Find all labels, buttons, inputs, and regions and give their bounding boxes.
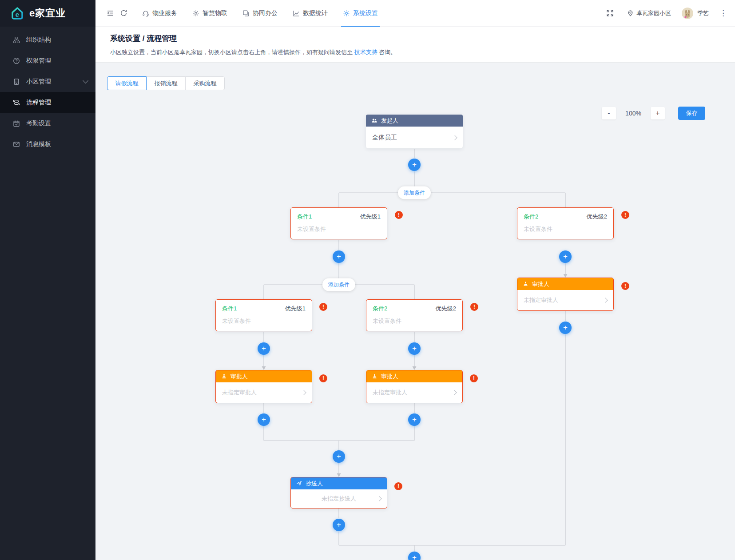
send-icon: [296, 481, 302, 486]
tab-purchase-flow[interactable]: 采购流程: [185, 76, 225, 90]
notice-text: 小区独立设置，当前小区是卓瓦家园，切换小区请点击右上角，请谨慎操作，如有疑问请发…: [110, 49, 354, 56]
user-chip[interactable]: 季艺: [682, 8, 709, 19]
envelope-icon: [12, 140, 20, 148]
add-node-button[interactable]: +: [559, 322, 572, 334]
sidebar-item-label: 消息模板: [26, 140, 51, 148]
approver-picker[interactable]: 未指定审批人: [517, 290, 613, 310]
condition-value: 未设置条件: [373, 317, 456, 325]
add-node-button[interactable]: +: [333, 450, 345, 463]
flow-tabs: 请假流程 报销流程 采购流程: [107, 76, 225, 90]
refresh-icon[interactable]: [117, 7, 130, 20]
topbar: 物业服务 智慧物联 协同办公: [95, 0, 735, 27]
brand-logo[interactable]: e e家宜业: [0, 0, 95, 27]
top-nav: 物业服务 智慧物联 协同办公: [135, 0, 385, 27]
chevron-right-icon: [377, 496, 381, 501]
nav-label: 智慧物联: [203, 9, 227, 17]
add-node-button[interactable]: +: [408, 413, 421, 426]
nav-label: 系统设置: [353, 9, 378, 17]
node-approver-header: 审批人: [517, 278, 613, 290]
condition-name: 条件2: [373, 305, 387, 313]
brand-name: e家宜业: [29, 7, 66, 20]
node-initiator[interactable]: 发起人 全体员工: [366, 115, 463, 148]
stamp-icon: [372, 373, 377, 379]
collapse-sidebar-icon[interactable]: [103, 7, 117, 20]
add-node-button[interactable]: +: [408, 342, 421, 355]
sidebar-menu: 组织结构 权限管理 小区管理: [0, 27, 95, 155]
org-chart-icon: [12, 36, 20, 44]
page-notice: 小区独立设置，当前小区是卓瓦家园，切换小区请点击右上角，请谨慎操作，如有疑问请发…: [110, 48, 735, 56]
add-node-button[interactable]: +: [333, 519, 345, 531]
condition-priority: 优先级2: [436, 305, 456, 313]
tab-leave-flow[interactable]: 请假流程: [107, 76, 147, 90]
error-badge: !: [319, 374, 327, 382]
approver-picker[interactable]: 未指定审批人: [366, 382, 462, 403]
add-condition-button[interactable]: 添加条件: [322, 278, 355, 291]
add-node-button[interactable]: +: [333, 250, 345, 263]
tech-support-link[interactable]: 技术支持: [354, 49, 377, 56]
node-title: 审批人: [381, 373, 398, 381]
condition-value: 未设置条件: [222, 317, 306, 325]
add-node-button[interactable]: +: [559, 250, 572, 263]
sidebar-item-workflow[interactable]: 流程管理: [0, 92, 95, 113]
workflow-icon: [12, 99, 20, 106]
community-switcher[interactable]: 卓瓦家园小区: [627, 9, 671, 17]
fullscreen-icon[interactable]: [603, 7, 616, 20]
approver-picker[interactable]: 未指定审批人: [216, 382, 312, 403]
more-menu-icon[interactable]: ⋮: [719, 9, 727, 17]
iot-icon: [192, 10, 199, 17]
node-approver-left-1[interactable]: 审批人 未指定审批人: [215, 370, 312, 403]
topbar-right: 卓瓦家园小区 季艺 ⋮: [603, 7, 727, 20]
zoom-level: 100%: [623, 110, 644, 117]
node-cc[interactable]: 抄送人 未指定抄送人: [290, 477, 387, 508]
save-button[interactable]: 保存: [678, 107, 705, 120]
node-approver-header: 审批人: [216, 370, 312, 382]
nav-item-property-service[interactable]: 物业服务: [135, 0, 185, 27]
node-initiator-header: 发起人: [366, 115, 463, 127]
add-node-button[interactable]: +: [408, 159, 421, 171]
node-approver-left-2[interactable]: 审批人 未指定审批人: [366, 370, 463, 403]
page-head: 系统设置 / 流程管理 小区独立设置，当前小区是卓瓦家园，切换小区请点击右上角，…: [95, 27, 735, 63]
nav-item-statistics[interactable]: 数据统计: [285, 0, 335, 27]
chevron-right-icon: [603, 298, 608, 302]
error-badge: !: [395, 211, 403, 219]
approver-value: 未指定审批人: [524, 296, 558, 304]
condition-name: 条件2: [524, 213, 538, 221]
svg-text:e: e: [16, 11, 19, 18]
node-condition-2[interactable]: 条件2 优先级2 未设置条件: [517, 207, 614, 239]
node-condition-2-2[interactable]: 条件2 优先级2 未设置条件: [366, 299, 463, 331]
cc-picker[interactable]: 未指定抄送人: [291, 489, 387, 508]
zoom-out-button[interactable]: -: [602, 107, 616, 119]
add-condition-button[interactable]: 添加条件: [398, 187, 431, 199]
node-title: 审批人: [230, 373, 248, 381]
sidebar-item-attendance[interactable]: 考勤设置: [0, 113, 95, 134]
error-badge: !: [470, 303, 478, 311]
node-condition-1[interactable]: 条件1 优先级1 未设置条件: [290, 207, 387, 239]
add-node-button[interactable]: +: [408, 552, 421, 560]
node-condition-2-1[interactable]: 条件1 优先级1 未设置条件: [215, 299, 312, 331]
add-node-button[interactable]: +: [258, 413, 270, 426]
headset-icon: [142, 10, 149, 17]
building-icon: [12, 78, 20, 85]
nav-item-system-settings[interactable]: 系统设置: [335, 0, 385, 27]
node-initiator-body[interactable]: 全体员工: [366, 127, 463, 148]
nav-label: 数据统计: [303, 9, 328, 17]
sidebar-item-org-structure[interactable]: 组织结构: [0, 29, 95, 50]
condition-priority: 优先级1: [285, 305, 306, 313]
node-title: 发起人: [381, 117, 398, 125]
condition-priority: 优先级1: [360, 213, 381, 221]
nav-item-smart-iot[interactable]: 智慧物联: [185, 0, 235, 27]
add-node-button[interactable]: +: [258, 342, 270, 355]
sidebar-item-community[interactable]: 小区管理: [0, 71, 95, 92]
gear-icon: [343, 10, 350, 17]
brand-house-icon: e: [10, 6, 25, 21]
tab-reimburse-flow[interactable]: 报销流程: [146, 76, 186, 90]
permission-icon: [12, 57, 20, 64]
sidebar-item-message-template[interactable]: 消息模板: [0, 134, 95, 155]
canvas-controls: - 100% + 保存: [602, 107, 705, 120]
error-badge: !: [621, 282, 629, 290]
sidebar-item-permissions[interactable]: 权限管理: [0, 50, 95, 71]
node-approver-right[interactable]: 审批人 未指定审批人: [517, 278, 614, 311]
chevron-right-icon: [301, 390, 306, 395]
nav-item-collaboration[interactable]: 协同办公: [235, 0, 285, 27]
zoom-in-button[interactable]: +: [651, 107, 665, 119]
